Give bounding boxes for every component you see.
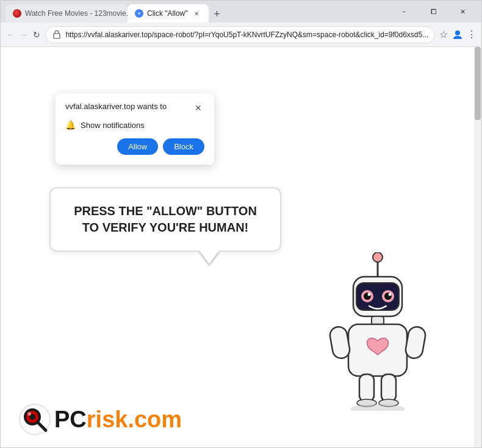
- browser-content: vvfal.alaskariver.top wants to ✕ 🔔 Show …: [1, 47, 481, 447]
- back-button[interactable]: ←: [5, 26, 15, 43]
- notification-popup: vvfal.alaskariver.top wants to ✕ 🔔 Show …: [56, 93, 214, 165]
- chrome-window: Watch Free Movies - 123movie... ✕ Click …: [0, 0, 482, 448]
- tab-2-close[interactable]: ✕: [192, 9, 201, 18]
- speech-text: PRESS THE "ALLOW" BUTTON TO VERIFY YOU'R…: [68, 203, 263, 236]
- tab-2[interactable]: Click "Allow" ✕: [128, 4, 209, 23]
- svg-point-11: [368, 293, 371, 296]
- security-icon: [52, 30, 62, 40]
- svg-point-4: [373, 252, 383, 262]
- menu-button[interactable]: ⋮: [467, 26, 477, 43]
- robot-illustration: [323, 252, 433, 411]
- popup-permission-row: 🔔 Show notifications: [65, 120, 204, 130]
- pcrisk-text: PCrisk.com: [54, 407, 182, 433]
- speech-bubble: PRESS THE "ALLOW" BUTTON TO VERIFY YOU'R…: [49, 187, 281, 252]
- pc-text: PC: [54, 407, 87, 432]
- block-button[interactable]: Block: [163, 138, 204, 155]
- svg-rect-15: [329, 325, 351, 360]
- popup-permission-text: Show notifications: [81, 121, 145, 130]
- tab-1-favicon: [13, 9, 21, 18]
- window-controls: − ⧠ ✕: [390, 2, 477, 21]
- svg-rect-16: [405, 325, 427, 360]
- svg-point-27: [27, 412, 31, 416]
- tab-1-label: Watch Free Movies - 123movie...: [25, 9, 128, 18]
- restore-button[interactable]: ⧠: [419, 2, 447, 21]
- tab-2-label: Click "Allow": [147, 9, 188, 18]
- reload-button[interactable]: ↻: [32, 26, 42, 43]
- new-tab-button[interactable]: +: [209, 5, 226, 23]
- tab-1[interactable]: Watch Free Movies - 123movie... ✕: [5, 4, 128, 23]
- pcrisk-logo-icon: [19, 404, 51, 435]
- forward-button[interactable]: →: [19, 26, 29, 43]
- svg-rect-17: [359, 374, 374, 402]
- title-bar: Watch Free Movies - 123movie... ✕ Click …: [1, 1, 481, 23]
- minimize-button[interactable]: −: [390, 2, 418, 21]
- bell-icon: 🔔: [65, 120, 76, 130]
- close-button[interactable]: ✕: [448, 2, 477, 21]
- profile-button[interactable]: [452, 26, 463, 43]
- tab-2-favicon: [135, 9, 143, 18]
- svg-rect-18: [381, 374, 396, 402]
- popup-title: vvfal.alaskariver.top wants to: [65, 102, 167, 111]
- svg-rect-1: [54, 34, 60, 38]
- pcrisk-logo: PCrisk.com: [19, 404, 182, 435]
- popup-header: vvfal.alaskariver.top wants to ✕: [65, 102, 204, 114]
- address-bar: ← → ↻ https://vvfal.alaskariver.top/spac…: [1, 23, 481, 47]
- tabs-area: Watch Free Movies - 123movie... ✕ Click …: [5, 1, 383, 23]
- scrollbar-thumb[interactable]: [475, 47, 481, 120]
- popup-close-button[interactable]: ✕: [192, 102, 204, 114]
- svg-point-2: [455, 30, 460, 35]
- url-text: https://vvfal.alaskariver.top/space-robo…: [65, 30, 428, 39]
- scrollbar[interactable]: [474, 47, 481, 447]
- svg-point-12: [389, 293, 392, 296]
- popup-buttons: Allow Block: [65, 138, 204, 155]
- address-bar-input[interactable]: https://vvfal.alaskariver.top/space-robo…: [45, 26, 435, 43]
- bookmark-button[interactable]: ☆: [439, 26, 448, 43]
- allow-button[interactable]: Allow: [117, 138, 158, 155]
- risk-text: risk.com: [87, 407, 182, 432]
